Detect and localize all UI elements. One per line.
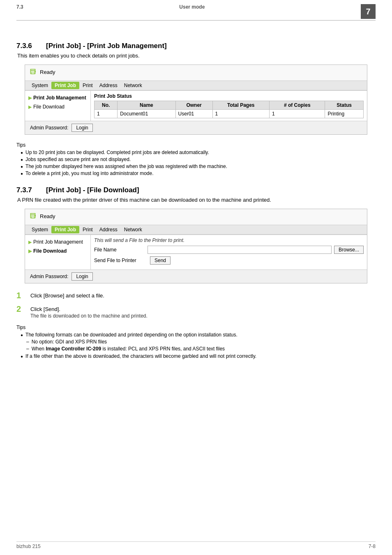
svg-point-2	[35, 71, 36, 72]
admin-row-736: Admin Password: Login	[25, 121, 367, 134]
ready-text-736: Ready	[40, 69, 55, 75]
step-text-1: Click [Browse] and select a file.	[30, 291, 104, 299]
left-pane-737: ▶ Print Job Management ▶ File Download	[25, 235, 91, 269]
table-row: 1 Document01 User01 1 1 Printing	[95, 110, 364, 118]
tips-736: Tips Up to 20 print jobs can be displaye…	[16, 142, 376, 176]
arrow-icon-2: ▶	[28, 104, 32, 110]
left-pane-item-filedownload-737[interactable]: ▶ File Download	[25, 246, 90, 256]
left-pane-label-printjob-736: Print Job Management	[33, 95, 86, 101]
send-button[interactable]: Send	[150, 256, 171, 265]
step-text-2: Click [Send].	[30, 304, 148, 312]
nav-address-736[interactable]: Address	[96, 82, 121, 89]
cell-no: 1	[95, 110, 118, 118]
file-name-label: File Name	[94, 247, 148, 253]
send-file-row: Send File to Printer Send	[94, 256, 364, 265]
admin-row-737: Admin Password: Login	[25, 269, 367, 283]
panel-736: Ready System Print Job Print Address Net…	[25, 64, 367, 135]
tips-list-737: The following formats can be downloaded …	[16, 332, 376, 338]
col-no: No.	[95, 101, 118, 110]
ready-row-737: Ready	[25, 209, 367, 222]
admin-label-737: Admin Password:	[30, 274, 68, 279]
svg-point-5	[35, 215, 36, 216]
page-badge: 7	[361, 4, 376, 19]
cell-name: Document01	[118, 110, 175, 118]
nav-system-736[interactable]: System	[28, 82, 51, 89]
tips-item-2: The job number displayed here was assign…	[21, 164, 376, 169]
cell-total-pages: 1	[212, 110, 269, 118]
section-title-label: User mode	[179, 4, 205, 19]
section-header: 7.3 User mode 7	[16, 4, 376, 21]
tips-dash-list-737: No option: GDI and XPS PRN files When Im…	[16, 339, 376, 352]
file-name-input[interactable]	[148, 246, 332, 254]
login-button-736[interactable]: Login	[71, 124, 92, 132]
left-pane-item-filedownload-736[interactable]: ▶ File Download	[25, 102, 90, 111]
right-pane-737: This will send a File to the Printer to …	[91, 235, 367, 269]
tips-item-3: To delete a print job, you must log into…	[21, 170, 376, 176]
tips-item-0: Up to 20 print jobs can be displayed. Co…	[21, 150, 376, 155]
nav-bar-736: System Print Job Print Address Network	[25, 81, 367, 90]
footer-right: 7-8	[369, 543, 376, 549]
login-button-737[interactable]: Login	[71, 272, 92, 281]
ready-row-736: Ready	[25, 65, 367, 78]
file-name-row: File Name Browse...	[94, 246, 364, 254]
step-subtext-2: The file is downloaded on to the machine…	[30, 313, 148, 319]
admin-label-736: Admin Password:	[30, 125, 68, 131]
tips-label-736: Tips	[16, 142, 376, 148]
print-job-status-label: Print Job Status	[94, 93, 364, 99]
nav-printjob-736[interactable]: Print Job	[51, 82, 79, 89]
cell-copies: 1	[270, 110, 325, 118]
col-copies: # of Copies	[270, 101, 325, 110]
col-name: Name	[118, 101, 175, 110]
svg-rect-4	[31, 216, 34, 218]
section-737-number: 7.3.7	[16, 186, 41, 194]
left-pane-label-printjob-737: Print Job Management	[33, 239, 83, 245]
cell-status: Printing	[325, 110, 364, 118]
left-pane-736: ▶ Print Job Management ▶ File Download	[25, 91, 91, 121]
nav-network-737[interactable]: Network	[121, 226, 145, 233]
panel-737: Ready System Print Job Print Address Net…	[25, 209, 367, 283]
section-737-desc: A PRN file created with the printer driv…	[17, 197, 376, 203]
left-pane-item-printjob-737[interactable]: ▶ Print Job Management	[25, 237, 90, 246]
section-736-desc: This item enables you to check details o…	[17, 53, 376, 59]
right-pane-736: Print Job Status No. Name Owner Total Pa…	[91, 91, 367, 121]
tips-label-737: Tips	[16, 325, 376, 330]
step-number-1: 1	[16, 291, 26, 300]
left-pane-label-filedownload-736: File Download	[33, 104, 65, 110]
tips-dash-0: No option: GDI and XPS PRN files	[26, 339, 376, 345]
nav-printjob-737[interactable]: Print Job	[51, 226, 79, 233]
two-pane-736: ▶ Print Job Management ▶ File Download P…	[25, 90, 367, 121]
two-pane-737: ▶ Print Job Management ▶ File Download T…	[25, 235, 367, 269]
print-job-table: No. Name Owner Total Pages # of Copies S…	[94, 101, 364, 118]
cell-owner: User01	[175, 110, 212, 118]
steps-737: 1 Click [Browse] and select a file. 2 Cl…	[16, 291, 376, 319]
arrow-icon-4: ▶	[28, 249, 32, 254]
col-owner: Owner	[175, 101, 212, 110]
nav-print-736[interactable]: Print	[79, 82, 96, 89]
tips-dash-1: When Image Controller IC-209 is installe…	[26, 346, 376, 352]
send-file-label: Send File to Printer	[94, 258, 148, 263]
section-737-title: [Print Job] - [File Download]	[46, 186, 139, 194]
section-736-heading: 7.3.6 [Print Job] - [Print Job Managemen…	[16, 42, 376, 50]
footer-left: bizhub 215	[16, 543, 41, 549]
nav-address-737[interactable]: Address	[96, 226, 121, 233]
tips-item-737-0: The following formats can be downloaded …	[21, 332, 376, 338]
arrow-icon-3: ▶	[28, 240, 32, 245]
page-footer: bizhub 215 7-8	[16, 541, 376, 549]
section-736-number: 7.3.6	[16, 42, 41, 50]
step-1: 1 Click [Browse] and select a file.	[16, 291, 376, 300]
left-pane-item-printjob-736[interactable]: ▶ Print Job Management	[25, 93, 90, 102]
arrow-icon-1: ▶	[28, 95, 32, 101]
nav-system-737[interactable]: System	[28, 226, 51, 233]
nav-network-736[interactable]: Network	[121, 82, 145, 89]
browse-button[interactable]: Browse...	[334, 246, 364, 254]
tips-item-1: Jobs specified as secure print are not d…	[21, 157, 376, 162]
nav-print-737[interactable]: Print	[79, 226, 96, 233]
section-737-heading: 7.3.7 [Print Job] - [File Download]	[16, 186, 376, 194]
col-status: Status	[325, 101, 364, 110]
tips-extra-list-737: If a file other than the above is downlo…	[16, 353, 376, 359]
left-pane-label-filedownload-737: File Download	[33, 248, 67, 254]
col-total-pages: Total Pages	[212, 101, 269, 110]
tips-extra-0: If a file other than the above is downlo…	[21, 353, 376, 359]
tips-list-736: Up to 20 print jobs can be displayed. Co…	[16, 150, 376, 176]
step-number-2: 2	[16, 304, 26, 314]
